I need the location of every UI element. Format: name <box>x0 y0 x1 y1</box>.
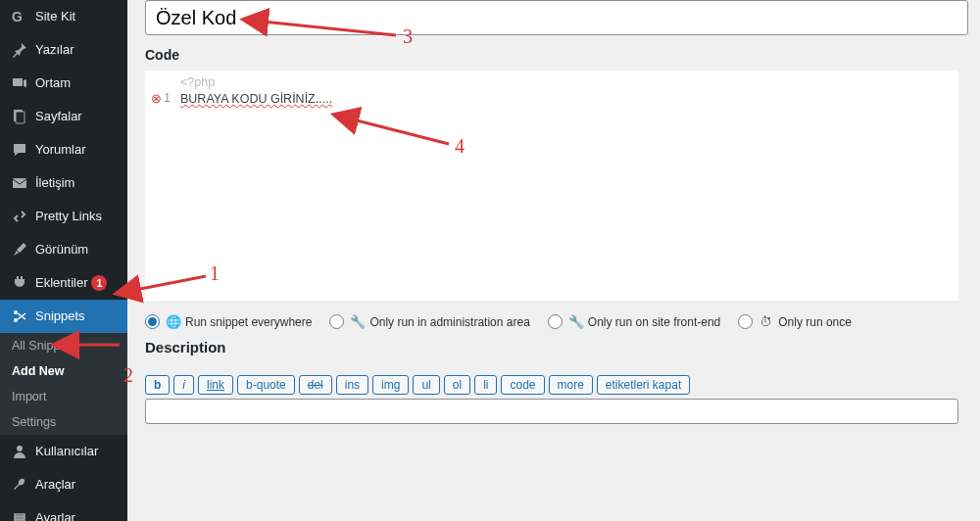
qt-close[interactable]: etiketleri kapat <box>597 375 690 395</box>
submenu-settings[interactable]: Settings <box>0 409 127 435</box>
sidebar-item-settings[interactable]: Ayarlar <box>0 501 127 521</box>
wrench-icon: 🔧 <box>350 314 364 329</box>
run-once-radio[interactable] <box>738 314 753 329</box>
mail-icon <box>10 174 29 192</box>
sitekit-icon: G <box>10 8 29 25</box>
qt-img[interactable]: img <box>372 375 409 395</box>
code-section-label: Code <box>145 47 980 63</box>
run-frontend[interactable]: 🔧 Only run on site front-end <box>548 314 720 329</box>
globe-icon: 🌐 <box>166 314 179 329</box>
link-icon <box>10 208 29 225</box>
tool-icon <box>10 476 29 494</box>
qt-b[interactable]: b <box>145 375 170 395</box>
sidebar-item-label: Yorumlar <box>35 142 86 158</box>
svg-rect-8 <box>15 514 24 516</box>
sidebar-item-label: Eklentiler <box>35 275 87 291</box>
qt-ul[interactable]: ul <box>413 375 439 395</box>
submenu-all-snippets[interactable]: All Snippets <box>0 333 127 358</box>
qt-link[interactable]: link <box>198 375 233 395</box>
sidebar-item-label: Sayfalar <box>35 109 82 124</box>
annotation-4: 4 <box>455 135 465 158</box>
svg-rect-3 <box>16 112 24 123</box>
sidebar-item-label: Yazılar <box>35 42 74 58</box>
update-badge: 1 <box>91 275 107 291</box>
run-admin[interactable]: 🔧 Only run in administration area <box>329 314 529 329</box>
annotation-3: 3 <box>403 25 413 48</box>
pin-icon <box>10 41 29 59</box>
code-editor[interactable]: ⊗ 1 <?php BURAYA KODU GİRİNİZ..... <box>145 71 958 301</box>
clock-icon: ⏱ <box>759 314 772 329</box>
sidebar-item-label: Görünüm <box>35 242 88 258</box>
qt-more[interactable]: more <box>549 375 593 395</box>
annotation-2: 2 <box>123 364 133 387</box>
run-admin-radio[interactable] <box>329 314 344 329</box>
svg-point-7 <box>17 446 23 451</box>
qt-li[interactable]: li <box>474 375 497 395</box>
qt-code[interactable]: code <box>501 375 544 395</box>
error-icon: ⊗ <box>151 91 162 106</box>
run-everywhere-radio[interactable] <box>145 314 160 329</box>
run-once[interactable]: ⏱ Only run once <box>738 314 852 329</box>
run-opt-label: Only run on site front-end <box>588 315 720 329</box>
sidebar-item-appearance[interactable]: Görünüm <box>0 233 127 266</box>
sidebar-item-comments[interactable]: Yorumlar <box>0 133 127 166</box>
sidebar-item-label: Ayarlar <box>35 510 75 521</box>
admin-sidebar: G Site Kit Yazılar Ortam Sayfalar Yoruml… <box>0 0 127 521</box>
wrench-icon: 🔧 <box>568 314 582 329</box>
sidebar-item-users[interactable]: Kullanıcılar <box>0 435 127 468</box>
qt-ol[interactable]: ol <box>444 375 470 395</box>
snippet-title-input[interactable] <box>145 0 968 35</box>
run-frontend-radio[interactable] <box>548 314 563 329</box>
scissors-icon <box>10 308 29 325</box>
sidebar-item-media[interactable]: Ortam <box>0 67 127 100</box>
media-icon <box>10 74 29 92</box>
svg-point-6 <box>14 318 18 322</box>
sidebar-item-label: Kullanıcılar <box>35 444 98 459</box>
sidebar-item-label: İletişim <box>35 175 74 191</box>
qt-del[interactable]: del <box>299 375 332 395</box>
svg-text:G: G <box>12 9 23 24</box>
description-textarea[interactable] <box>145 399 958 424</box>
svg-point-5 <box>14 310 18 314</box>
sidebar-item-sitekit[interactable]: G Site Kit <box>0 0 127 33</box>
sidebar-item-posts[interactable]: Yazılar <box>0 33 127 67</box>
sidebar-item-label: Ortam <box>35 75 71 91</box>
plugin-icon <box>10 274 29 292</box>
sidebar-item-label: Pretty Links <box>35 209 102 224</box>
annotation-1: 1 <box>210 262 220 285</box>
editor-gutter: ⊗ 1 <box>145 71 174 301</box>
sidebar-item-label: Site Kit <box>35 9 75 24</box>
description-label: Description <box>145 339 980 355</box>
run-scope-row: 🌐 Run snippet everywhere 🔧 Only run in a… <box>145 314 980 329</box>
brush-icon <box>10 241 29 259</box>
svg-rect-4 <box>13 178 26 188</box>
qt-ins[interactable]: ins <box>336 375 368 395</box>
svg-rect-9 <box>15 517 24 519</box>
quicktags-toolbar: b i link b-quote del ins img ul ol li co… <box>145 375 980 395</box>
submenu-import[interactable]: Import <box>0 384 127 409</box>
qt-bquote[interactable]: b-quote <box>237 375 295 395</box>
user-icon <box>10 443 29 460</box>
sidebar-item-snippets[interactable]: Snippets <box>0 300 127 333</box>
settings-icon <box>10 509 29 521</box>
submenu-add-new[interactable]: Add New <box>0 358 127 384</box>
main-content: Code ⊗ 1 <?php BURAYA KODU GİRİNİZ..... … <box>127 0 980 521</box>
sidebar-item-plugins[interactable]: Eklentiler 1 <box>0 266 127 300</box>
sidebar-item-tools[interactable]: Araçlar <box>0 468 127 501</box>
sidebar-item-prettylinks[interactable]: Pretty Links <box>0 200 127 233</box>
code-placeholder: <?php <box>180 74 953 91</box>
sidebar-item-label: Snippets <box>35 308 85 324</box>
run-opt-label: Run snippet everywhere <box>185 315 312 329</box>
run-opt-label: Only run once <box>778 315 852 329</box>
run-opt-label: Only run in administration area <box>369 315 529 329</box>
code-line: BURAYA KODU GİRİNİZ..... <box>180 91 953 108</box>
snippet-title-wrap <box>145 0 968 35</box>
sidebar-item-contact[interactable]: İletişim <box>0 166 127 200</box>
sidebar-item-label: Araçlar <box>35 477 75 493</box>
editor-textarea[interactable]: <?php BURAYA KODU GİRİNİZ..... <box>174 71 958 301</box>
comment-icon <box>10 141 29 159</box>
qt-i[interactable]: i <box>173 375 194 395</box>
run-everywhere[interactable]: 🌐 Run snippet everywhere <box>145 314 312 329</box>
sidebar-item-pages[interactable]: Sayfalar <box>0 100 127 133</box>
page-icon <box>10 108 29 125</box>
